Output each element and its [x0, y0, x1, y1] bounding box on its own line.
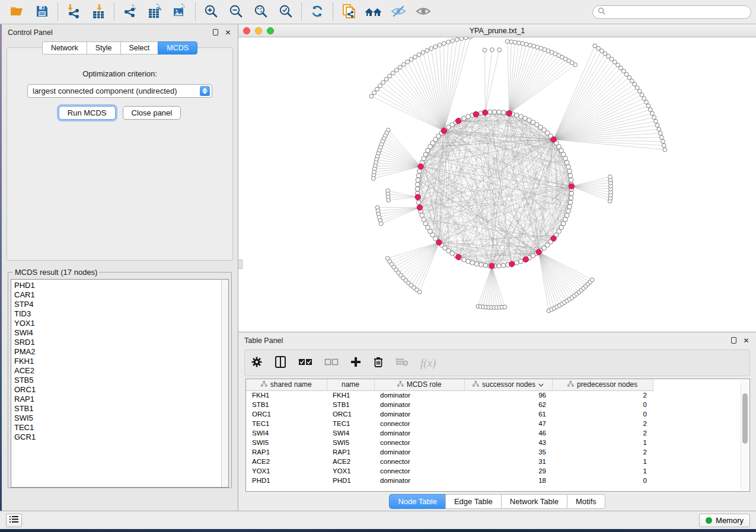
table-cell[interactable]: SWI4	[327, 428, 374, 438]
result-node-item[interactable]: GCR1	[14, 432, 221, 442]
table-cell[interactable]: connector	[374, 438, 464, 447]
table-cell[interactable]: SWI5	[246, 438, 327, 447]
table-scrollbar-thumb[interactable]	[742, 393, 748, 444]
import-network-button[interactable]	[61, 1, 86, 23]
import-table-button[interactable]	[86, 1, 111, 23]
column-header-predecessor-nodes[interactable]: predecessor nodes	[552, 379, 653, 390]
result-node-item[interactable]: ORC1	[14, 385, 221, 395]
table-cell[interactable]: 47	[464, 419, 552, 428]
result-node-item[interactable]: STP4	[14, 300, 221, 309]
first-neighbors-button[interactable]	[361, 1, 386, 23]
show-all-button[interactable]	[411, 1, 436, 23]
column-header-successor-nodes[interactable]: successor nodes	[464, 379, 552, 390]
close-panel-button[interactable]: Close panel	[123, 106, 181, 120]
run-mcds-button[interactable]: Run MCDS	[59, 106, 116, 120]
table-cell[interactable]: TEC1	[246, 419, 327, 428]
table-cell[interactable]: connector	[374, 419, 464, 428]
table-cell[interactable]: 2	[552, 447, 653, 457]
float-table-panel-icon[interactable]	[730, 336, 738, 344]
table-cell[interactable]: 61	[464, 409, 552, 419]
zoom-out-button[interactable]	[224, 1, 248, 23]
table-cell[interactable]: ORC1	[327, 409, 374, 419]
network-titlebar[interactable]: YPA_prune.txt_1	[238, 24, 756, 37]
zoom-in-button[interactable]	[199, 1, 224, 23]
hide-selected-button[interactable]	[386, 1, 411, 23]
table-scrollbar[interactable]	[741, 380, 748, 490]
search-field[interactable]	[592, 5, 751, 19]
result-node-item[interactable]: CAR1	[14, 290, 221, 300]
result-node-item[interactable]: SWI5	[14, 414, 221, 423]
table-cell[interactable]: 29	[464, 466, 552, 476]
result-node-item[interactable]: STB5	[14, 376, 221, 385]
node-table[interactable]: shared namenameMCDS rolesuccessor nodesp…	[246, 379, 653, 485]
table-row[interactable]: ORC1ORC1dominator610	[246, 409, 653, 419]
network-graph[interactable]	[238, 37, 753, 332]
tab-style[interactable]: Style	[87, 41, 120, 55]
table-row[interactable]: PHD1PHD1dominator180	[246, 476, 653, 485]
task-history-button[interactable]	[6, 514, 22, 527]
result-node-item[interactable]: TEC1	[14, 423, 221, 432]
table-row[interactable]: SWI4SWI4dominator462	[246, 428, 653, 438]
delete-table-button[interactable]	[395, 354, 409, 372]
table-cell[interactable]: dominator	[374, 476, 464, 485]
column-header-shared-name[interactable]: shared name	[246, 379, 327, 390]
table-cell[interactable]: 0	[552, 476, 653, 485]
tab-network[interactable]: Network	[42, 41, 87, 55]
column-header-name[interactable]: name	[327, 379, 374, 390]
table-cell[interactable]: 62	[464, 400, 552, 409]
tab-edge-table[interactable]: Edge Table	[445, 494, 501, 509]
result-node-item[interactable]: ACE2	[14, 366, 221, 376]
table-cell[interactable]: 1	[552, 466, 653, 476]
table-cell[interactable]: dominator	[374, 400, 464, 409]
result-scrollbar[interactable]	[221, 280, 228, 487]
result-node-item[interactable]: PMA2	[14, 347, 221, 357]
clone-network-button[interactable]	[336, 1, 361, 23]
table-cell[interactable]: STB1	[246, 400, 327, 409]
float-panel-icon[interactable]	[212, 28, 219, 36]
export-network-button[interactable]	[117, 1, 142, 23]
table-cell[interactable]: 0	[552, 409, 653, 419]
tab-motifs[interactable]: Motifs	[567, 494, 605, 509]
table-cell[interactable]: FKH1	[327, 390, 374, 400]
table-cell[interactable]: YOX1	[327, 466, 374, 476]
result-node-item[interactable]: SWI4	[14, 328, 221, 338]
mcds-result-list[interactable]: PHD1CAR1STP4TID3YOX1SWI4SRD1PMA2FKH1ACE2…	[11, 280, 221, 487]
zoom-selected-button[interactable]	[273, 1, 298, 23]
table-cell[interactable]: connector	[374, 466, 464, 476]
table-cell[interactable]: 0	[552, 400, 653, 409]
refresh-button[interactable]	[305, 1, 330, 23]
network-canvas[interactable]	[238, 37, 756, 332]
save-button[interactable]	[30, 1, 55, 23]
table-row[interactable]: FKH1FKH1dominator962	[246, 390, 653, 400]
show-columns-button[interactable]	[275, 354, 286, 372]
table-cell[interactable]: STB1	[327, 400, 374, 409]
memory-button[interactable]: Memory	[699, 514, 750, 527]
function-builder-button[interactable]: f(x)	[420, 354, 436, 372]
table-cell[interactable]: dominator	[374, 447, 464, 457]
table-cell[interactable]: ORC1	[246, 409, 327, 419]
optimization-criterion-select[interactable]: largest connected component (undirected)	[27, 84, 212, 98]
table-cell[interactable]: 96	[464, 390, 552, 400]
table-cell[interactable]: 31	[464, 457, 552, 466]
table-cell[interactable]: 43	[464, 438, 552, 447]
table-cell[interactable]: connector	[374, 457, 464, 466]
open-file-button[interactable]	[5, 1, 30, 23]
tab-select[interactable]: Select	[120, 41, 158, 55]
table-cell[interactable]: YOX1	[246, 466, 327, 476]
result-node-item[interactable]: STB1	[14, 404, 221, 414]
table-cell[interactable]: ACE2	[327, 457, 374, 466]
table-cell[interactable]: PHD1	[327, 476, 374, 485]
table-cell[interactable]: dominator	[374, 390, 464, 400]
table-row[interactable]: SWI5SWI5connector431	[246, 438, 653, 447]
splitter-grip[interactable]	[238, 259, 243, 269]
table-cell[interactable]: FKH1	[246, 390, 327, 400]
table-cell[interactable]: 2	[552, 419, 653, 428]
table-row[interactable]: ACE2ACE2connector311	[246, 457, 653, 466]
table-row[interactable]: YOX1YOX1connector291	[246, 466, 653, 476]
result-node-item[interactable]: SRD1	[14, 338, 221, 347]
table-row[interactable]: TEC1TEC1connector472	[246, 419, 653, 428]
delete-row-button[interactable]	[373, 354, 384, 372]
close-panel-icon[interactable]: ✕	[224, 28, 232, 36]
table-row[interactable]: RAP1RAP1dominator352	[246, 447, 653, 457]
table-cell[interactable]: RAP1	[327, 447, 374, 457]
